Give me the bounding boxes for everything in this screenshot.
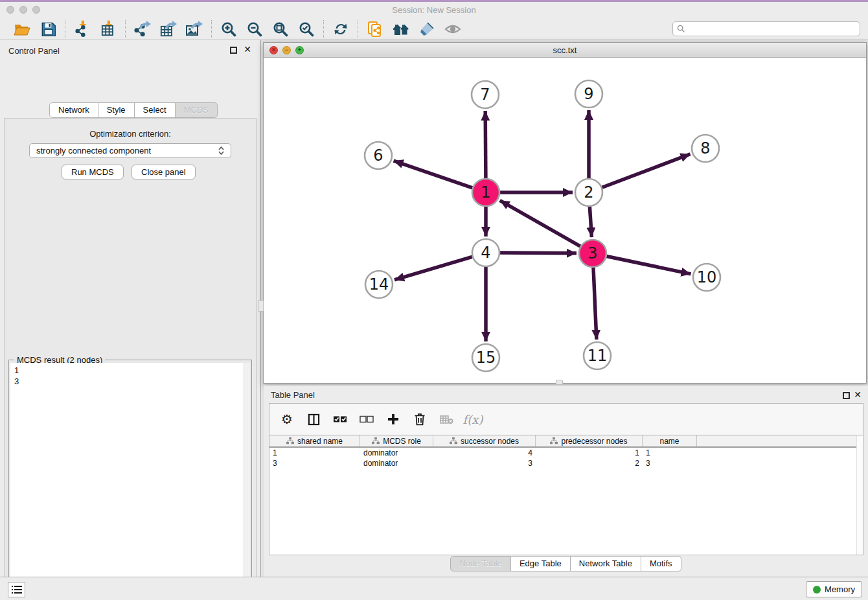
zoom-view-button[interactable]: + [295,46,304,54]
refresh-arrows-icon[interactable] [330,20,351,38]
edge-1-7[interactable] [485,111,486,178]
optimization-criterion-select[interactable]: strongly connected component [29,143,231,158]
search-input[interactable] [689,25,856,34]
zoom-fit-magnifier-icon[interactable] [270,20,291,38]
save-floppy-icon[interactable] [38,20,58,38]
table-cell: 1 [643,448,697,458]
view-splitter-handle[interactable] [556,380,563,385]
search-field[interactable] [672,21,860,36]
edge-3-1[interactable] [500,200,580,246]
select-all-checks-icon[interactable] [332,411,348,428]
columns-icon[interactable] [305,411,322,428]
edge-2-3[interactable] [589,207,591,237]
import-network-icon[interactable] [72,20,93,38]
toolbar-group [65,20,125,38]
memory-label: Memory [825,584,855,594]
table-scrollbar[interactable] [856,435,863,555]
minimize-view-button[interactable]: − [282,46,291,54]
node-3[interactable]: 3 [579,240,606,267]
result-scrollbar[interactable] [244,363,250,600]
run-mcds-button[interactable]: Run MCDS [62,165,124,179]
copy-document-icon[interactable] [365,20,385,38]
table-cell: 2 [536,458,643,468]
network-window-titlebar[interactable]: ✕ − + scc.txt [264,43,866,58]
node-label: 8 [700,139,710,157]
maximize-window-button[interactable] [32,6,40,14]
eye-icon[interactable] [442,20,463,38]
node-label: 6 [373,146,383,165]
tab-network[interactable]: Network [49,102,98,118]
minimize-window-button[interactable] [19,6,27,14]
tab-node-table[interactable]: Node Table [450,556,511,571]
mcds-result-group: MCDS result (2 nodes) 1 3 [8,360,252,600]
tab-network-table[interactable]: Network Table [571,556,641,571]
node-11[interactable]: 11 [584,342,611,369]
column-header-shared-name[interactable]: shared name [269,435,360,446]
export-table-icon[interactable] [158,20,179,38]
table-row[interactable]: 1dominator411 [269,448,856,458]
houses-icon[interactable] [391,20,411,38]
node-10[interactable]: 10 [693,264,720,291]
node-8[interactable]: 8 [692,135,719,162]
column-header-predecessor-nodes[interactable]: predecessor nodes [536,435,643,446]
control-panel-title: Control Panel [8,46,60,56]
node-7[interactable]: 7 [472,81,499,108]
edge-2-8[interactable] [602,154,691,187]
memory-button[interactable]: Memory [806,581,862,597]
memory-status-icon [813,586,821,594]
edge-4-14[interactable] [394,257,472,280]
gear-icon[interactable]: ⚙ [279,411,295,428]
float-table-panel-icon[interactable] [843,392,850,399]
export-image-icon[interactable] [184,20,205,38]
node-6[interactable]: 6 [365,142,392,169]
delete-trash-icon[interactable] [411,411,428,428]
node-2[interactable]: 2 [575,179,602,206]
tab-select[interactable]: Select [135,102,176,118]
tab-style[interactable]: Style [98,102,135,118]
close-table-panel-icon[interactable]: ✕ [854,390,862,399]
open-folder-icon[interactable] [12,20,32,38]
column-header-MCDS-role[interactable]: MCDS role [360,435,433,446]
toolbar-group [126,20,211,38]
tab-edge-table[interactable]: Edge Table [511,556,571,571]
window-title: Session: New Session [392,5,475,15]
column-header-successor-nodes[interactable]: successor nodes [433,435,536,446]
table-cell: 3 [643,458,697,468]
close-panel-button[interactable]: Close panel [131,165,196,179]
import-table-icon[interactable] [98,20,119,38]
edge-1-6[interactable] [394,161,473,188]
node-9[interactable]: 9 [575,80,602,108]
node-1[interactable]: 1 [472,179,499,206]
select-stepper-icon [218,146,224,155]
tab-mcds[interactable]: MCDS [176,102,218,118]
zoom-in-magnifier-icon[interactable] [218,20,239,38]
node-15[interactable]: 15 [472,344,499,371]
table-cell: 3 [433,458,536,468]
column-header-name[interactable]: name [643,435,697,446]
network-graph-canvas[interactable]: 7968124314101511 [264,58,866,383]
add-plus-icon[interactable] [385,411,402,428]
node-label: 10 [697,268,717,286]
float-panel-icon[interactable] [230,47,237,54]
tab-motifs[interactable]: Motifs [641,556,681,571]
node-14[interactable]: 14 [365,271,393,298]
edge-3-10[interactable] [607,257,691,274]
zoom-out-magnifier-icon[interactable] [244,20,265,38]
deselect-all-checks-icon[interactable] [358,411,375,428]
close-view-button[interactable]: ✕ [269,46,278,54]
export-network-icon[interactable] [132,20,153,38]
mcds-panel: Optimization criterion: strongly connect… [4,118,257,600]
table-row[interactable]: 3dominator323 [269,458,856,468]
table-panel-tabs: Node TableEdge TableNetwork TableMotifs [264,556,868,571]
mcds-result-text[interactable]: 1 3 [10,363,244,600]
edge-4-3[interactable] [500,253,577,253]
table-panel: Table Panel ✕ ⚙f(x) shared nameMCDS role… [264,386,868,577]
panel-splitter-handle[interactable] [258,300,264,312]
task-history-button[interactable] [8,582,25,597]
close-window-button[interactable] [6,6,14,14]
edge-3-11[interactable] [593,268,597,340]
close-panel-icon[interactable]: ✕ [244,45,251,54]
zoom-selected-magnifier-icon[interactable] [296,20,317,38]
node-4[interactable]: 4 [472,239,499,266]
brush-icon[interactable] [417,20,437,38]
